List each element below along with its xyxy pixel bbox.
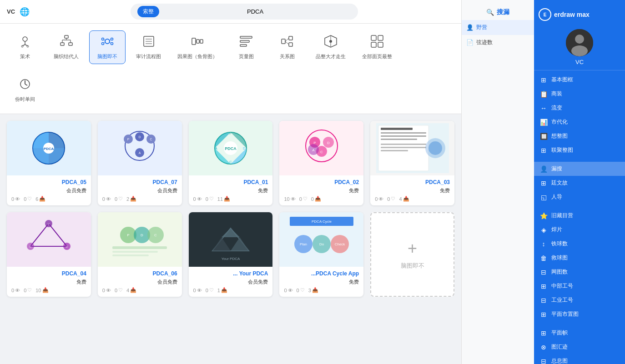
card-title-2: 免费 <box>284 187 359 194</box>
sidebar-item-flatpage[interactable]: 平面帜 ⊞ <box>534 326 625 340</box>
card-saves-2: 📥0 <box>311 196 321 202</box>
template-card-5[interactable]: PDCA PDCA_05 会员免费 📥6 ♡0 👁0 <box>7 121 91 205</box>
card-stats-6: 📥10 ♡0 👁0 <box>11 287 86 293</box>
right-sidebar: erdraw max E VC 基本图框 ⊞ 商装 📋 流变 ↔ 市代化 📊 <box>534 0 625 364</box>
all-icon <box>370 35 384 51</box>
svg-rect-13 <box>282 39 285 44</box>
add-template-card[interactable]: + 脑图即不 <box>370 212 454 297</box>
category-large[interactable]: 品整大才走生 <box>310 30 352 64</box>
template-card-1[interactable]: PDCA_03 免费 📥4 ♡0 👁0 <box>370 121 454 205</box>
sidebar-item-total[interactable]: 总息图 ⊟ <box>534 354 625 364</box>
sidebar-item-work[interactable]: 中部工号 ⊞ <box>534 279 625 293</box>
svg-text:PDCA Cycle: PDCA Cycle <box>312 219 332 224</box>
svg-line-38 <box>110 42 111 43</box>
svg-rect-14 <box>289 36 292 40</box>
sidebar-item-personal[interactable]: 廷文故 ⊞ <box>534 176 625 190</box>
sidebar-item-market[interactable]: 市代化 📊 <box>534 115 625 129</box>
card-saves-5: 📥6 <box>35 196 45 202</box>
sidebar-item-product[interactable]: 商装 📋 <box>534 87 625 101</box>
relation-cat-icon <box>280 35 294 51</box>
svg-rect-21 <box>192 38 196 45</box>
card-saves-8: 📥1 <box>217 287 227 293</box>
card-preview-8: Your PDCA <box>189 212 273 267</box>
basic-icon: ⊞ <box>539 76 548 84</box>
favorite-icon: ⭐ <box>539 212 548 219</box>
product-icon: 📋 <box>539 90 548 98</box>
work-icon: ⊞ <box>539 283 548 290</box>
card-likes-5: ♡0 <box>24 196 32 202</box>
template-card-8[interactable]: Your PDCA Your PDCA ... 会员免费 📥1 ♡0 👁0 <box>189 212 273 297</box>
svg-rect-7 <box>371 42 376 47</box>
sidebar-item-guide[interactable]: 人导 ◱ <box>534 190 625 204</box>
category-relation[interactable]: 关系图 <box>269 30 305 64</box>
svg-rect-39 <box>65 35 68 38</box>
category-strategy[interactable]: 策术 <box>7 30 43 64</box>
svg-rect-22 <box>197 40 199 43</box>
sidebar-item-recent[interactable]: 焊片 ◈ <box>534 223 625 237</box>
card-views-8: 👁0 <box>193 287 202 293</box>
card-stats-9: 📥4 ♡0 👁0 <box>102 287 177 293</box>
timeline-icon <box>18 77 32 94</box>
secondary-sidebar: 搜漏 🔍 野营 👤 弦迹数 📄 <box>461 0 534 364</box>
logo-icon: E <box>539 8 551 21</box>
category-mind[interactable]: 脑图即不 <box>89 30 126 64</box>
sec-sidebar-personal[interactable]: 弦迹数 📄 <box>462 35 534 50</box>
template-card-2[interactable]: P D C A PDCA_02 免费 📥0 ♡0 👁10 <box>279 121 363 205</box>
template-card-9[interactable]: P D C PDCA_06 会员免费 📥4 ♡0 👁0 <box>98 212 182 297</box>
sidebar-item-shared[interactable]: 铁球数 ↕ <box>534 237 625 251</box>
svg-point-30 <box>105 39 110 44</box>
card-stats-2: 📥0 ♡0 👁10 <box>284 196 359 202</box>
sidebar-item-deleted[interactable]: 救球图 🗑 <box>534 251 625 265</box>
sidebar-item-search[interactable]: 漏搜 👤 <box>534 162 625 176</box>
card-title-6: 免费 <box>11 279 86 285</box>
card-views-3: 👁0 <box>193 196 202 202</box>
card-preview-9: P D C <box>98 212 182 267</box>
card-title-1: 免费 <box>375 187 450 194</box>
template-card-3[interactable]: PDCA P D C A PDCA_01 免费 📥11 ♡0 👁0 <box>189 121 273 205</box>
sidebar-item-network[interactable]: 网图数 ⊟ <box>534 265 625 279</box>
card-name-1: PDCA_03 <box>375 179 450 185</box>
card-info-9: PDCA_06 会员免费 📥4 ♡0 👁0 <box>98 267 182 297</box>
search-filter-icon: 🔍 <box>486 9 494 16</box>
template-card-7[interactable]: PDCA Cycle Plan Do Check PDCA Cycle App.… <box>279 212 363 297</box>
factory-icon: ⊟ <box>539 297 548 304</box>
category-scale[interactable]: 页量图 <box>228 30 264 64</box>
svg-rect-41 <box>69 43 72 45</box>
search-input[interactable] <box>159 8 351 15</box>
svg-line-36 <box>104 42 106 43</box>
sec-sidebar-team[interactable]: 野营 👤 <box>462 20 534 35</box>
globe-icon[interactable]: 🌐 <box>20 7 30 17</box>
card-stats-5: 📥6 ♡0 👁0 <box>11 196 86 202</box>
sidebar-item-favorite[interactable]: 旧藏目营 ⭐ <box>534 209 625 223</box>
svg-text:D: D <box>327 141 330 145</box>
sidebar-item-flow[interactable]: 流变 ↔ <box>534 101 625 115</box>
sidebar-item-imgprocess[interactable]: 图汇迹 ⊗ <box>534 340 625 354</box>
category-fishbone[interactable]: 因果图（鱼骨图） <box>171 30 223 64</box>
topbar: VC 🌐 索整 <box>0 0 461 24</box>
avatar <box>566 29 593 56</box>
user-area: VC <box>534 25 625 70</box>
card-views-4: 👁0 <box>102 196 111 202</box>
sidebar-item-basic[interactable]: 基本图框 ⊞ <box>534 73 625 87</box>
recent-icon: ◈ <box>539 226 548 234</box>
card-views-1: 👁0 <box>375 196 383 202</box>
svg-text:C: C <box>320 150 323 154</box>
search-button[interactable]: 索整 <box>137 6 159 17</box>
category-timeline[interactable]: 份时单间 <box>7 73 43 107</box>
sidebar-item-think[interactable]: 想整图 🔲 <box>534 129 625 143</box>
category-bar: 全部面页最整 品整大才走生 关系图 页量图 因果图（鱼骨图） <box>0 24 461 114</box>
category-audit[interactable]: 审计流程图 <box>130 30 167 64</box>
sidebar-item-relation[interactable]: 联聚整图 ⊞ <box>534 143 625 157</box>
template-card-6[interactable]: P D C PDCA_04 免费 📥10 ♡0 👁0 <box>7 212 91 297</box>
svg-rect-120 <box>112 246 167 249</box>
category-all[interactable]: 全部面页最整 <box>356 30 398 64</box>
total-icon: ⊟ <box>539 358 548 364</box>
sidebar-item-flat[interactable]: 平面市置图 ⊞ <box>534 307 625 321</box>
card-name-6: PDCA_04 <box>11 270 86 277</box>
card-views-7: 👁0 <box>284 287 292 293</box>
sidebar-item-factory[interactable]: 工业工号 ⊟ <box>534 293 625 307</box>
template-card-4[interactable]: P D C A PDCA_07 会员免费 📥2 ♡0 👁0 <box>98 121 182 205</box>
card-stats-8: 📥1 ♡0 👁0 <box>193 287 268 293</box>
svg-rect-57 <box>381 128 413 130</box>
category-org[interactable]: 脑织结代人 <box>48 30 85 64</box>
